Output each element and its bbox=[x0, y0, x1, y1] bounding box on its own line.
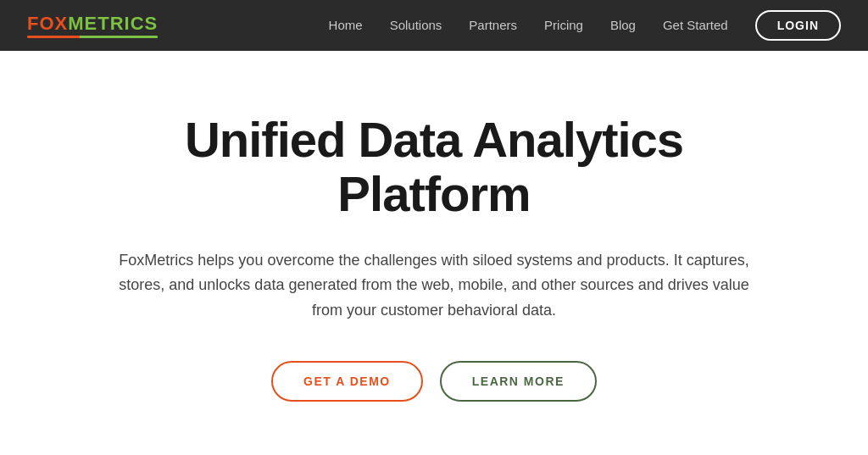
logo[interactable]: FOXMETRICS bbox=[27, 13, 158, 38]
hero-title: Unified Data Analytics Platform bbox=[102, 113, 766, 221]
hero-description: FoxMetrics helps you overcome the challe… bbox=[112, 248, 756, 324]
navbar: FOXMETRICS Home Solutions Partners Prici… bbox=[0, 0, 868, 51]
hero-buttons: GET A DEMO LEARN MORE bbox=[271, 361, 597, 402]
logo-metrics: METRICS bbox=[68, 13, 158, 34]
logo-fox: FOX bbox=[27, 13, 68, 34]
login-button[interactable]: LOGIN bbox=[755, 10, 841, 41]
nav-links: Home Solutions Partners Pricing Blog Get… bbox=[329, 10, 841, 41]
nav-item-get-started[interactable]: Get Started bbox=[663, 18, 728, 33]
login-button-item[interactable]: LOGIN bbox=[755, 10, 841, 41]
logo-underline bbox=[27, 36, 158, 38]
nav-item-pricing[interactable]: Pricing bbox=[544, 18, 583, 33]
hero-section: Unified Data Analytics Platform FoxMetri… bbox=[0, 51, 868, 455]
nav-item-blog[interactable]: Blog bbox=[610, 18, 636, 33]
nav-item-home[interactable]: Home bbox=[329, 18, 363, 33]
nav-item-partners[interactable]: Partners bbox=[469, 18, 517, 33]
learn-more-button[interactable]: LEARN MORE bbox=[440, 361, 597, 402]
nav-item-solutions[interactable]: Solutions bbox=[390, 18, 442, 33]
get-demo-button[interactable]: GET A DEMO bbox=[271, 361, 423, 402]
